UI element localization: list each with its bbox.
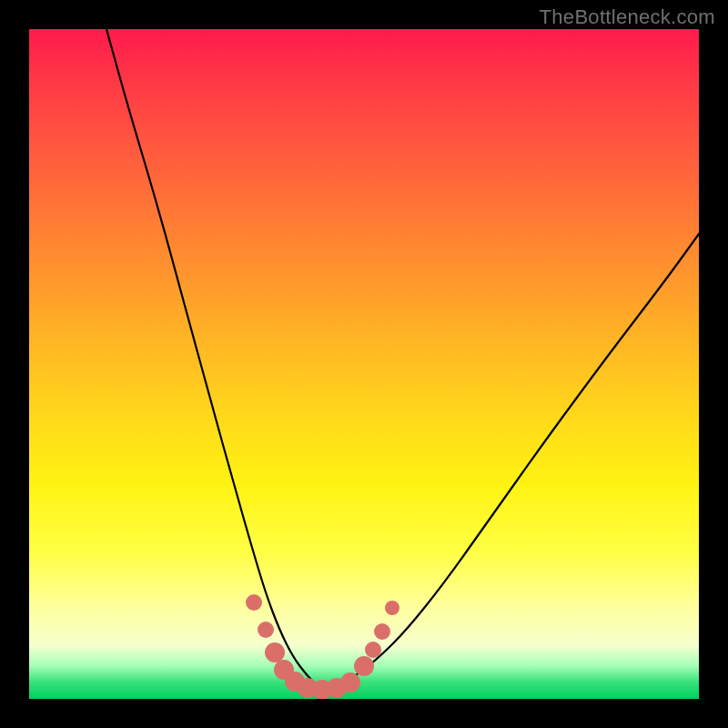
chart-frame: TheBottleneck.com bbox=[0, 0, 728, 728]
plot-area bbox=[29, 29, 699, 699]
highlight-dot bbox=[365, 642, 381, 658]
highlight-dot bbox=[385, 601, 399, 615]
highlight-dots bbox=[246, 594, 399, 699]
bottleneck-curve-right bbox=[320, 234, 699, 689]
bottleneck-curve-left bbox=[106, 29, 320, 689]
highlight-dot bbox=[258, 622, 274, 638]
curve-svg bbox=[29, 29, 699, 699]
highlight-dot bbox=[340, 672, 360, 693]
watermark-text: TheBottleneck.com bbox=[540, 5, 715, 29]
highlight-dot bbox=[354, 656, 374, 676]
highlight-dot bbox=[374, 623, 390, 640]
highlight-dot bbox=[265, 642, 285, 662]
highlight-dot bbox=[246, 594, 262, 611]
